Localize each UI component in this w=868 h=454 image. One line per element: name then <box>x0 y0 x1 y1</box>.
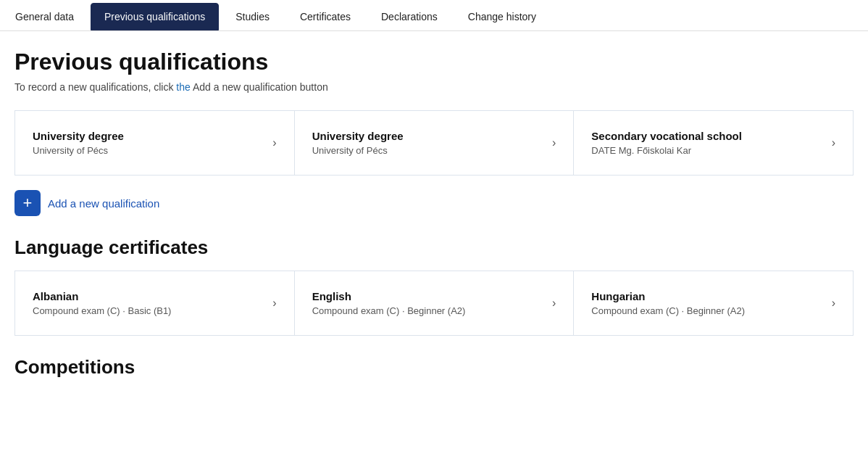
subtitle-link: the <box>176 81 190 93</box>
lang-card-title-0: Albanian <box>33 290 171 302</box>
lang-card-content-2: Hungarian Compound exam (C) · Beginner (… <box>591 290 745 316</box>
qualification-card-0[interactable]: University degree University of Pécs › <box>14 110 295 176</box>
card-title-1: University degree <box>312 130 404 142</box>
tab-previous-qualifications[interactable]: Previous qualifications <box>91 3 219 30</box>
qualification-card-2[interactable]: Secondary vocational school DATE Mg. Fői… <box>574 110 854 176</box>
card-sub-2: DATE Mg. Főiskolai Kar <box>591 145 742 156</box>
tab-navigation: General data Previous qualifications Stu… <box>0 0 868 31</box>
card-content-1: University degree University of Pécs <box>312 130 404 156</box>
page-subtitle: To record a new qualifications, click th… <box>14 81 854 93</box>
tab-certificates[interactable]: Certificates <box>286 3 364 30</box>
subtitle-prefix: To record a new qualifications, click <box>14 81 176 93</box>
qualification-card-1[interactable]: University degree University of Pécs › <box>295 110 575 176</box>
chevron-icon-0: › <box>272 136 276 149</box>
lang-card-content-0: Albanian Compound exam (C) · Basic (B1) <box>33 290 171 316</box>
main-content: Previous qualifications To record a new … <box>0 31 868 405</box>
chevron-icon-2: › <box>832 136 835 149</box>
lang-card-title-1: English <box>312 290 466 302</box>
card-title-2: Secondary vocational school <box>591 130 742 142</box>
card-title-0: University degree <box>33 130 124 142</box>
language-card-1[interactable]: English Compound exam (C) · Beginner (A2… <box>295 271 575 336</box>
lang-card-sub-1: Compound exam (C) · Beginner (A2) <box>312 305 466 316</box>
card-content-2: Secondary vocational school DATE Mg. Fői… <box>591 130 742 156</box>
tab-studies[interactable]: Studies <box>222 3 283 30</box>
tab-change-history[interactable]: Change history <box>454 3 550 30</box>
lang-chevron-icon-2: › <box>832 297 835 310</box>
lang-card-title-2: Hungarian <box>591 290 745 302</box>
qualification-cards-row: University degree University of Pécs › U… <box>14 110 854 176</box>
language-cards-row: Albanian Compound exam (C) · Basic (B1) … <box>14 271 854 336</box>
tab-general-data[interactable]: General data <box>1 3 88 30</box>
tab-declarations[interactable]: Declarations <box>367 3 451 30</box>
card-sub-1: University of Pécs <box>312 145 404 156</box>
add-qualification-label[interactable]: Add a new qualification <box>48 197 159 210</box>
card-content-0: University degree University of Pécs <box>33 130 124 156</box>
lang-card-sub-2: Compound exam (C) · Beginner (A2) <box>591 305 745 316</box>
page-title: Previous qualifications <box>14 49 854 75</box>
lang-card-sub-0: Compound exam (C) · Basic (B1) <box>33 305 171 316</box>
lang-chevron-icon-1: › <box>552 297 556 310</box>
language-card-0[interactable]: Albanian Compound exam (C) · Basic (B1) … <box>14 271 295 336</box>
competitions-section: Competitions <box>14 356 854 379</box>
language-card-2[interactable]: Hungarian Compound exam (C) · Beginner (… <box>574 271 854 336</box>
language-certificates-section: Language certificates Albanian Compound … <box>14 236 854 336</box>
add-qualification-button[interactable]: + <box>14 190 41 216</box>
subtitle-suffix: Add a new qualification button <box>191 81 328 93</box>
lang-card-content-1: English Compound exam (C) · Beginner (A2… <box>312 290 466 316</box>
competitions-section-title: Competitions <box>14 356 854 379</box>
card-sub-0: University of Pécs <box>33 145 124 156</box>
language-section-title: Language certificates <box>14 236 854 259</box>
add-qualification-row: + Add a new qualification <box>14 190 854 216</box>
lang-chevron-icon-0: › <box>272 297 276 310</box>
chevron-icon-1: › <box>552 136 556 149</box>
